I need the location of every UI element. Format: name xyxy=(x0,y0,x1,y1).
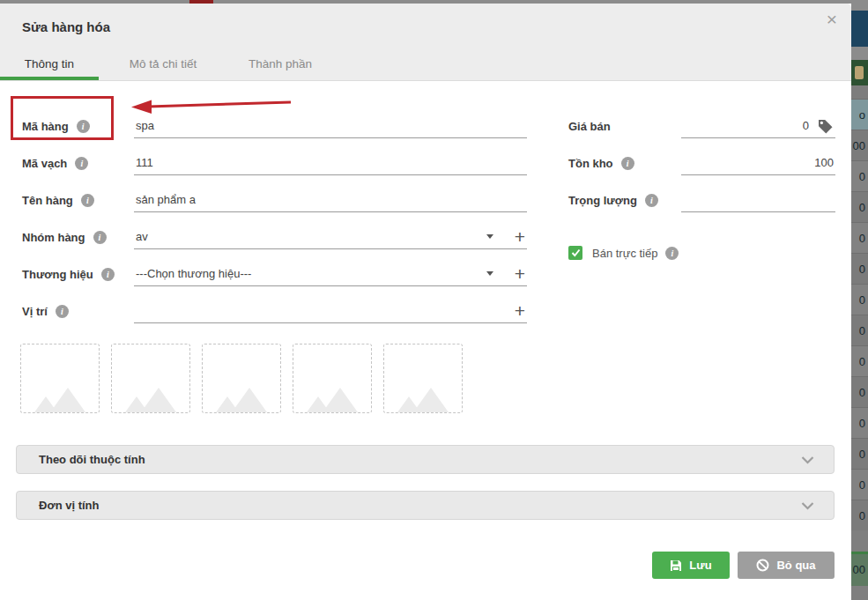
close-icon[interactable]: × xyxy=(821,9,842,30)
field-value: av xyxy=(136,230,148,243)
backdrop-table-cell: 0 xyxy=(851,160,868,191)
image-placeholder-icon xyxy=(33,382,87,412)
tab-thanh-phan[interactable]: Thành phần xyxy=(227,53,333,80)
chevron-down-icon[interactable] xyxy=(486,271,493,276)
field-label: Nhóm hàng i xyxy=(22,219,107,256)
product-image-upload[interactable] xyxy=(202,344,281,413)
product-image-upload[interactable] xyxy=(20,344,100,413)
save-button[interactable]: Lưu xyxy=(652,552,730,579)
info-icon[interactable]: i xyxy=(665,247,679,260)
backdrop-table-cell: 0 xyxy=(851,222,868,253)
direct-sale-checkbox[interactable] xyxy=(568,246,582,260)
section-label: Đơn vị tính xyxy=(39,499,99,512)
product-image-upload[interactable] xyxy=(111,344,190,413)
field-label-text: Thương hiệu xyxy=(22,268,93,281)
direct-sale-label: Bán trực tiếp xyxy=(592,247,657,260)
field-label-text: Tên hàng xyxy=(22,194,73,207)
backdrop-gap xyxy=(851,586,868,600)
nhom-hang-select[interactable]: av + xyxy=(134,219,527,249)
field-row-ma-vach: Mã vạch i 111 xyxy=(22,144,529,181)
gia-ban-input[interactable]: 0 xyxy=(681,107,835,138)
field-row-ton-kho: Tồn kho i 100 xyxy=(568,144,835,181)
add-icon[interactable]: + xyxy=(515,228,525,246)
page: o00000000000000 00 Sửa hàng hóa × Thông … xyxy=(0,0,868,600)
cancel-button-label: Bỏ qua xyxy=(776,559,815,572)
info-icon[interactable]: i xyxy=(101,268,115,281)
tab-thong-tin[interactable]: Thông tin xyxy=(0,53,99,80)
image-placeholder-icon xyxy=(396,382,450,412)
ton-kho-input[interactable]: 100 xyxy=(681,144,835,175)
info-icon[interactable]: i xyxy=(77,120,90,133)
field-label: Vị trí i xyxy=(22,293,69,330)
field-row-trong-luong: Trọng lượng i xyxy=(568,181,835,219)
image-placeholder-icon xyxy=(214,382,269,412)
backdrop-table-cell: 0 xyxy=(851,315,868,345)
info-icon[interactable]: i xyxy=(645,194,658,207)
backdrop-table-cell: 0 xyxy=(851,469,868,500)
tab-bar: Thông tin Mô tả chi tiết Thành phần xyxy=(0,53,333,80)
save-button-label: Lưu xyxy=(689,559,711,572)
field-label-text: Mã hàng xyxy=(22,120,69,133)
backdrop-toolbar-icon xyxy=(855,66,864,79)
vi-tri-input[interactable]: + xyxy=(134,293,527,323)
field-label: Giá bán xyxy=(568,107,611,144)
backdrop-table-cell: 0 xyxy=(851,284,868,315)
section-don-vi-tinh[interactable]: Đơn vị tính xyxy=(16,491,835,520)
backdrop-table-cell: 0 xyxy=(851,345,868,376)
field-label-text: Tồn kho xyxy=(568,157,613,170)
backdrop-table-cell: o xyxy=(851,99,868,130)
field-label-text: Vị trí xyxy=(22,305,48,318)
field-row-vi-tri: Vị trí i + xyxy=(22,293,529,330)
ma-vach-input[interactable]: 111 xyxy=(134,144,527,175)
add-icon[interactable]: + xyxy=(515,265,525,283)
price-tag-icon[interactable] xyxy=(816,117,834,134)
field-row-thuong-hieu: Thương hiệu i ---Chọn thương hiệu--- + xyxy=(22,256,529,293)
field-label: Mã vạch i xyxy=(22,144,88,181)
backdrop-table-cell: 0 xyxy=(851,500,868,530)
field-label: Tên hàng i xyxy=(22,181,94,219)
field-row-ma-hang: Mã hàng i spa xyxy=(22,107,529,144)
product-image-upload[interactable] xyxy=(383,344,463,413)
field-label-text: Nhóm hàng xyxy=(22,231,85,244)
ten-hang-input[interactable]: sản phẩm a xyxy=(134,181,527,212)
tab-mo-ta-chi-tiet[interactable]: Mô tả chi tiết xyxy=(110,53,216,80)
backdrop-table-cell: 00 xyxy=(851,130,868,160)
chevron-down-icon xyxy=(801,456,814,464)
save-icon xyxy=(670,559,682,572)
backdrop-navy-header xyxy=(851,11,868,47)
field-value: spa xyxy=(136,119,154,132)
backdrop-table-rows: o00000000000000 xyxy=(851,99,868,530)
field-row-nhom-hang: Nhóm hàng i av + xyxy=(22,219,529,256)
cancel-icon xyxy=(756,559,769,572)
field-row-gia-ban: Giá bán 0 xyxy=(568,107,835,144)
info-icon[interactable]: i xyxy=(81,194,94,207)
chevron-down-icon xyxy=(801,502,814,510)
field-value: 100 xyxy=(814,156,834,169)
field-label: Mã hàng i xyxy=(22,107,90,144)
cancel-button[interactable]: Bỏ qua xyxy=(738,552,835,579)
info-icon[interactable]: i xyxy=(56,305,69,318)
section-theo-doi-thuoc-tinh[interactable]: Theo dõi thuộc tính xyxy=(16,445,835,474)
product-image-upload[interactable] xyxy=(293,344,372,413)
info-icon[interactable]: i xyxy=(93,231,107,244)
info-icon[interactable]: i xyxy=(621,157,634,170)
field-label-text: Trọng lượng xyxy=(568,194,637,207)
backdrop-gap xyxy=(851,85,868,99)
backdrop-table-cell: 0 xyxy=(851,438,868,469)
info-icon[interactable]: i xyxy=(75,157,88,170)
field-value: ---Chọn thương hiệu--- xyxy=(136,267,251,280)
add-icon[interactable]: + xyxy=(515,302,525,320)
field-row-ten-hang: Tên hàng i sản phẩm a xyxy=(22,181,529,219)
thuong-hieu-select[interactable]: ---Chọn thương hiệu--- + xyxy=(134,256,527,286)
field-label-text: Giá bán xyxy=(568,120,611,133)
backdrop-table-cell: 00 xyxy=(851,554,868,586)
ma-hang-input[interactable]: spa xyxy=(134,107,527,138)
backdrop-gap xyxy=(851,47,868,60)
chevron-down-icon[interactable] xyxy=(486,234,493,239)
backdrop-table-cell: 0 xyxy=(851,407,868,438)
backdrop-table-cell: 0 xyxy=(851,253,868,284)
backdrop-table-cell: 0 xyxy=(851,376,868,407)
trong-luong-input[interactable] xyxy=(681,181,835,212)
modal-header: Sửa hàng hóa × Thông tin Mô tả chi tiết … xyxy=(0,4,851,81)
section-label: Theo dõi thuộc tính xyxy=(39,453,145,466)
